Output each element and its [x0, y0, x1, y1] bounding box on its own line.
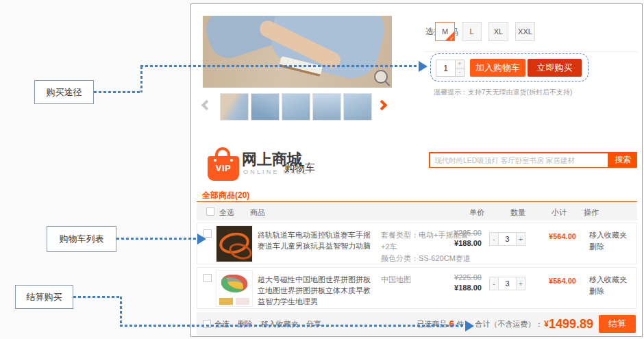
- row-quantity-stepper: -+: [489, 277, 525, 290]
- chevron-right-icon: [377, 100, 388, 111]
- annotation-connector: [140, 65, 419, 67]
- header-subtotal: 小计: [552, 208, 567, 218]
- chevron-left-icon: [201, 100, 212, 111]
- gallery-prev-button[interactable]: [201, 97, 213, 115]
- map-thumbs-shape: [219, 298, 233, 305]
- tab-underline: [197, 201, 637, 202]
- delete-link[interactable]: 删除: [589, 286, 627, 297]
- size-option-m[interactable]: M ✓: [435, 22, 455, 41]
- page-title: 购物车: [284, 162, 315, 175]
- currency-symbol: ¥: [544, 319, 549, 329]
- price-cell: ¥225.00 ¥188.00: [444, 229, 492, 247]
- subtotal-cell: ¥564.00: [538, 277, 586, 285]
- size-option-xl[interactable]: XL: [488, 22, 508, 41]
- product-title[interactable]: 路轨轨道车电动遥控轨道赛车手摇赛道车儿童男孩玩具益智智力动脑: [258, 229, 373, 251]
- footer-select-all-checkbox[interactable]: [203, 320, 211, 328]
- selected-label: 已选商品: [417, 319, 447, 329]
- row-quantity-input[interactable]: [498, 277, 517, 290]
- order-summary: 已选商品 6 件 合计（不含运费）： ¥ 1499.89: [417, 312, 593, 336]
- gallery-thumbnail[interactable]: [282, 93, 310, 121]
- return-policy-tip: 温馨提示：支持7天无理由退货(拆封后不支持): [434, 88, 572, 97]
- annotated-screenshot-canvas: 选择尺码： M ✓ L XL XXL + - 加入购物车 立即购买 温馨提示：支…: [0, 0, 644, 339]
- header-action: 操作: [584, 208, 599, 218]
- annotation-text: 购物车列表: [60, 233, 104, 245]
- gallery-thumbnail[interactable]: [312, 93, 341, 121]
- annotation-connector: [73, 296, 121, 298]
- qty-increase-button[interactable]: +: [516, 232, 525, 246]
- cart-footer-bar: 全选 删除 移入收藏夹 分享 已选商品 6 件 合计（不含运费）： ¥ 1499…: [197, 312, 637, 336]
- gallery-next-button[interactable]: [376, 97, 388, 115]
- row-quantity-input[interactable]: [498, 232, 517, 246]
- header-select-all: 全选: [219, 208, 234, 218]
- delete-link[interactable]: 删除: [589, 241, 627, 253]
- cart-row: 超大号磁性中国地图世界拼图拼板立地图世界拼图拼板立体木质早教益智力学生地理男 中…: [197, 267, 637, 309]
- search-box: [429, 152, 609, 168]
- product-thumbnail-map[interactable]: [216, 270, 253, 307]
- annotation-arrow-icon: [465, 321, 474, 331]
- header-price: 单价: [469, 208, 484, 218]
- product-main-image[interactable]: [203, 16, 392, 88]
- price-new: ¥188.00: [444, 284, 492, 292]
- tab-all-items[interactable]: 全部商品(20): [202, 190, 249, 201]
- annotation-connector: [120, 297, 122, 326]
- size-option-xxl[interactable]: XXL: [515, 22, 535, 41]
- annotation-label-cart-list: 购物车列表: [47, 226, 116, 252]
- row-checkbox[interactable]: [203, 274, 212, 282]
- mall-logo: VIP: [208, 156, 239, 181]
- annotation-arrow-icon: [197, 234, 206, 244]
- move-to-favorites-link[interactable]: 移入收藏夹: [589, 229, 627, 241]
- selected-unit: 件: [456, 319, 464, 329]
- cart-row: 路轨轨道车电动遥控轨道赛车手摇赛道车儿童男孩玩具益智智力动脑 套餐类型：电动+手…: [197, 223, 637, 264]
- annotation-connector: [140, 66, 143, 92]
- qty-increase-button[interactable]: +: [516, 277, 525, 290]
- search-button[interactable]: 搜索: [609, 152, 637, 168]
- callout-dashed-frame: [430, 53, 589, 81]
- header-product: 商品: [250, 208, 265, 218]
- header-qty: 数量: [510, 208, 525, 218]
- price-old: ¥225.00: [444, 273, 492, 281]
- divider: [424, 51, 638, 52]
- row-actions: 移入收藏夹 删除: [589, 274, 627, 297]
- selected-count: 6: [449, 318, 454, 329]
- qty-decrease-button[interactable]: -: [489, 232, 499, 246]
- product-title[interactable]: 超大号磁性中国地图世界拼图拼板立地图世界拼图拼板立体木质早教益智力学生地理男: [258, 274, 373, 307]
- checkout-button[interactable]: 结算: [599, 315, 636, 333]
- annotation-connector: [116, 238, 197, 240]
- attr-line: 颜色分类：SS-620CM赛道: [381, 253, 473, 264]
- size-option-label: L: [469, 27, 473, 36]
- product-thumbnail-racetrack[interactable]: [216, 225, 253, 262]
- search-input[interactable]: [430, 154, 608, 167]
- bag-dot: [230, 159, 233, 162]
- gallery-thumbnail[interactable]: [220, 93, 249, 121]
- annotation-connector: [94, 91, 142, 93]
- qty-decrease-button[interactable]: -: [489, 277, 499, 290]
- price-cell: ¥225.00 ¥188.00: [444, 273, 492, 292]
- annotation-text: 结算购买: [27, 291, 62, 303]
- size-option-l[interactable]: L: [462, 22, 482, 41]
- annotation-text: 购买途径: [47, 86, 82, 99]
- annotation-connector: [120, 325, 466, 327]
- row-actions: 移入收藏夹 删除: [589, 229, 627, 253]
- price-new: ¥188.00: [444, 239, 492, 247]
- size-option-label: XXL: [518, 27, 532, 36]
- row-quantity-stepper: -+: [489, 232, 525, 246]
- annotation-arrow-icon: [419, 61, 428, 72]
- magnifier-icon[interactable]: [374, 70, 388, 84]
- subtotal-cell: ¥564.00: [538, 232, 586, 240]
- bag-dot: [214, 159, 216, 162]
- select-all-checkbox[interactable]: [206, 208, 214, 216]
- total-amount: 1499.89: [549, 317, 593, 331]
- vip-logo-text: VIP: [216, 163, 231, 173]
- annotation-label-checkout: 结算购买: [15, 285, 73, 309]
- gallery-thumbnail[interactable]: [251, 93, 280, 121]
- price-old: ¥225.00: [444, 229, 492, 237]
- annotation-label-purchase-path: 购买途径: [34, 80, 94, 104]
- check-icon: ✓: [449, 36, 454, 41]
- total-label: 合计（不含运费）：: [475, 319, 543, 329]
- move-to-favorites-link[interactable]: 移入收藏夹: [589, 274, 627, 286]
- cart-table-header: 全选 商品 单价 数量 小计 操作: [197, 203, 637, 221]
- gallery-thumbnail[interactable]: [343, 93, 372, 121]
- map-shape: [221, 275, 247, 292]
- size-option-label: XL: [494, 27, 503, 36]
